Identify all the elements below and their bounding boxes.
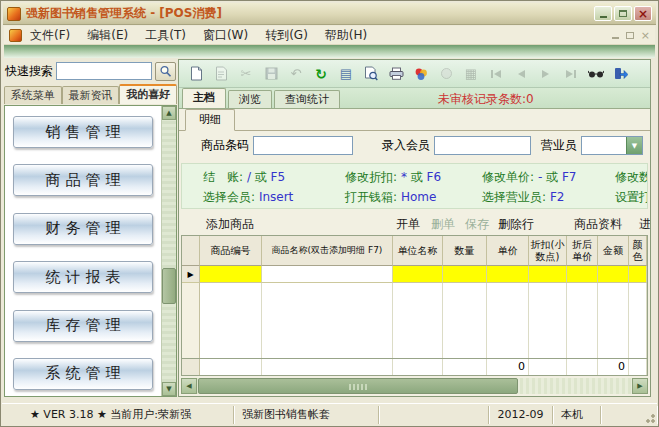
add-item-button[interactable]: 添加商品	[206, 216, 254, 233]
tab-browse[interactable]: 浏览	[228, 90, 272, 108]
current-row-cell[interactable]	[529, 266, 567, 283]
tab-latest-news[interactable]: 最新资讯	[62, 86, 120, 104]
bill-icon[interactable]: ▤	[337, 65, 355, 83]
search-button[interactable]	[155, 62, 176, 81]
tab-my-favorites[interactable]: 我的喜好	[119, 84, 177, 104]
sidebar-button-products[interactable]: 商品管理	[13, 164, 153, 196]
nav-prev-icon[interactable]	[512, 65, 530, 83]
tab-detail[interactable]: 明细	[185, 109, 235, 131]
col-quantity[interactable]: 数量	[443, 236, 487, 266]
design-icon[interactable]	[412, 65, 430, 83]
sidebar-button-sales[interactable]: 销售管理	[13, 116, 153, 148]
delete-row-button[interactable]: 删除行	[498, 216, 534, 233]
hotkey-key: F6	[427, 170, 442, 184]
mdi-restore-icon[interactable]	[626, 32, 634, 39]
scroll-right-icon[interactable]: ▶	[632, 378, 648, 394]
open-doc-icon[interactable]	[212, 65, 230, 83]
scroll-up-icon[interactable]: ▲	[162, 106, 176, 120]
grid-icon[interactable]: ▦	[462, 65, 480, 83]
app-icon	[7, 7, 21, 21]
sidebar-scrollbar[interactable]: ▲ ▼	[161, 106, 176, 396]
quick-search-input[interactable]	[56, 62, 152, 80]
grid-horizontal-scrollbar[interactable]: ◀ ▶	[181, 378, 648, 394]
mdi-close-icon[interactable]: ×	[641, 30, 650, 41]
window-title: 强新图书销售管理系统 - [POS消费]	[26, 5, 222, 22]
minimize-button[interactable]	[594, 6, 612, 21]
menu-help[interactable]: 帮助(H)	[325, 27, 367, 44]
tab-query-stats[interactable]: 查询统计	[274, 90, 340, 108]
refresh-icon[interactable]: ↻	[312, 65, 330, 83]
member-group: 录入会员	[382, 136, 531, 155]
member-input[interactable]	[434, 136, 531, 155]
hotkey-select-member: 选择会员: Insert	[203, 189, 293, 206]
scroll-left-icon[interactable]: ◀	[181, 378, 197, 394]
exit-icon[interactable]	[612, 65, 630, 83]
status-account-set: 强新图书销售帐套	[234, 406, 379, 424]
current-row-cell[interactable]	[567, 266, 598, 283]
hotkey-key: F2	[550, 190, 565, 204]
chevron-down-icon[interactable]: ▼	[626, 137, 642, 154]
cut-icon[interactable]: ✂	[237, 65, 255, 83]
sidebar-button-system[interactable]: 系统管理	[13, 358, 153, 390]
undo-icon[interactable]: ↶	[287, 65, 305, 83]
current-row-cell[interactable]	[443, 266, 487, 283]
menu-goto[interactable]: 转到(G)	[265, 27, 308, 44]
current-row-cell[interactable]	[200, 266, 262, 283]
hotkey-key: Home	[401, 190, 436, 204]
new-doc-icon[interactable]	[187, 65, 205, 83]
open-bill-button[interactable]: 开单	[396, 216, 420, 233]
barcode-input[interactable]	[253, 136, 353, 155]
sidebar-button-finance[interactable]: 财务管理	[13, 213, 153, 245]
current-row-cell[interactable]	[262, 266, 393, 283]
more-button[interactable]: 进	[639, 216, 650, 233]
nav-first-icon[interactable]	[487, 65, 505, 83]
sidebar-button-inventory[interactable]: 库存管理	[13, 310, 153, 342]
totals-cell	[443, 359, 487, 375]
menu-edit[interactable]: 编辑(E)	[87, 27, 128, 44]
col-unit-price[interactable]: 单价	[487, 236, 529, 266]
current-row-cell[interactable]	[487, 266, 529, 283]
col-discount[interactable]: 折扣(小数点)	[529, 236, 567, 266]
close-button[interactable]: ×	[634, 6, 652, 21]
current-row[interactable]: ▶	[182, 266, 647, 283]
hotkey-label: 修改折扣:	[345, 170, 397, 184]
tab-master[interactable]: 主档	[182, 88, 226, 108]
void-bill-button[interactable]: 删单	[431, 216, 455, 233]
sidebar-button-reports[interactable]: 统计报表	[13, 261, 153, 293]
col-item-name[interactable]: 商品名称(双击添加明细 F7)	[262, 236, 393, 266]
maximize-icon	[619, 10, 627, 17]
glasses-icon[interactable]	[587, 65, 605, 83]
main-panel: ✂ ↶ ↻ ▤ ▦	[178, 59, 651, 397]
menu-tools[interactable]: 工具(T)	[145, 27, 186, 44]
current-row-cell[interactable]	[629, 266, 647, 283]
scrollbar-thumb[interactable]	[162, 268, 176, 304]
menu-file[interactable]: 文件(F)	[30, 27, 70, 44]
col-item-code[interactable]: 商品编号	[200, 236, 262, 266]
grid-body[interactable]	[182, 283, 647, 358]
nav-next-icon[interactable]	[537, 65, 555, 83]
print-preview-icon[interactable]	[362, 65, 380, 83]
item-info-button[interactable]: 商品资料	[574, 216, 622, 233]
menu-window[interactable]: 窗口(W)	[203, 27, 248, 44]
save-icon[interactable]	[262, 65, 280, 83]
clerk-group: 营业员 ▼	[541, 136, 643, 155]
mdi-minimize-icon[interactable]	[612, 37, 619, 39]
scrollbar-thumb[interactable]	[198, 378, 518, 394]
col-unit-name[interactable]: 单位名称	[393, 236, 443, 266]
col-amount[interactable]: 金额	[598, 236, 629, 266]
print-icon[interactable]	[387, 65, 405, 83]
nav-last-icon[interactable]	[562, 65, 580, 83]
hotkey-label: 结 账:	[203, 170, 243, 184]
current-row-cell[interactable]	[393, 266, 443, 283]
current-row-cell[interactable]	[598, 266, 629, 283]
mdi-child-icon[interactable]	[9, 29, 22, 42]
col-discounted-price[interactable]: 折后单价	[567, 236, 598, 266]
resize-grip[interactable]	[643, 411, 655, 423]
save-button[interactable]: 保存	[465, 216, 489, 233]
col-color[interactable]: 颜色	[629, 236, 647, 266]
scroll-down-icon[interactable]: ▼	[162, 382, 176, 396]
maximize-button[interactable]	[614, 6, 632, 21]
tab-system-menu[interactable]: 系统菜单	[4, 86, 62, 104]
clerk-select[interactable]: ▼	[581, 136, 643, 155]
stamp-icon[interactable]	[437, 65, 455, 83]
